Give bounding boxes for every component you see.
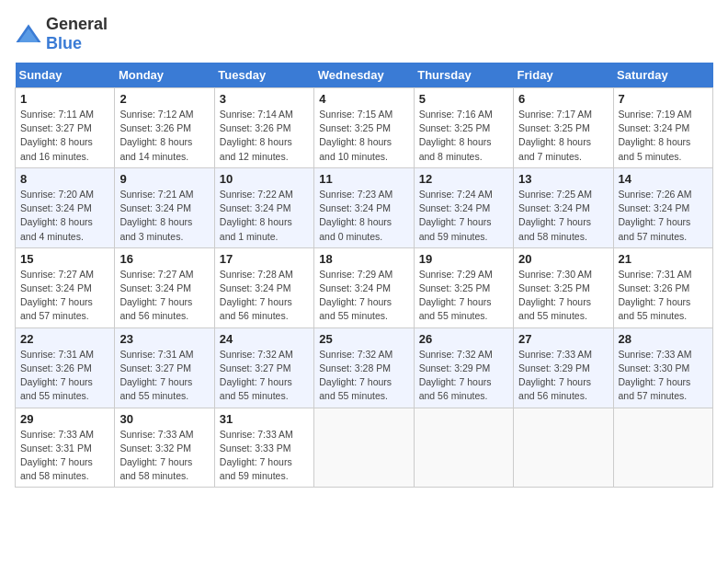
day-number: 23	[119, 332, 209, 346]
day-number: 20	[518, 252, 608, 266]
day-number: 26	[419, 332, 508, 346]
day-number: 22	[20, 332, 109, 346]
calendar-cell	[414, 408, 513, 488]
day-number: 10	[220, 172, 309, 186]
calendar-cell: 1 Sunrise: 7:11 AM Sunset: 3:27 PM Dayli…	[16, 88, 115, 168]
calendar-cell: 13 Sunrise: 7:25 AM Sunset: 3:24 PM Dayl…	[514, 167, 613, 247]
day-number: 18	[319, 252, 408, 266]
day-info: Sunrise: 7:32 AM Sunset: 3:27 PM Dayligh…	[220, 348, 309, 404]
day-info: Sunrise: 7:27 AM Sunset: 3:24 PM Dayligh…	[119, 268, 209, 324]
calendar-cell: 7 Sunrise: 7:19 AM Sunset: 3:24 PM Dayli…	[613, 88, 712, 168]
calendar-cell: 31 Sunrise: 7:33 AM Sunset: 3:33 PM Dayl…	[214, 408, 313, 488]
weekday-header-thursday: Thursday	[414, 63, 513, 88]
calendar-cell: 5 Sunrise: 7:16 AM Sunset: 3:25 PM Dayli…	[414, 88, 513, 168]
calendar-cell: 6 Sunrise: 7:17 AM Sunset: 3:25 PM Dayli…	[514, 88, 613, 168]
calendar-cell: 15 Sunrise: 7:27 AM Sunset: 3:24 PM Dayl…	[16, 247, 115, 327]
day-info: Sunrise: 7:33 AM Sunset: 3:33 PM Dayligh…	[220, 428, 309, 484]
day-info: Sunrise: 7:26 AM Sunset: 3:24 PM Dayligh…	[619, 188, 708, 244]
day-number: 27	[518, 332, 608, 346]
day-number: 9	[119, 172, 209, 186]
day-info: Sunrise: 7:25 AM Sunset: 3:24 PM Dayligh…	[518, 188, 608, 244]
day-info: Sunrise: 7:32 AM Sunset: 3:28 PM Dayligh…	[319, 348, 408, 404]
calendar-cell: 25 Sunrise: 7:32 AM Sunset: 3:28 PM Dayl…	[314, 327, 414, 408]
calendar-cell: 17 Sunrise: 7:28 AM Sunset: 3:24 PM Dayl…	[214, 247, 313, 327]
calendar-cell: 8 Sunrise: 7:20 AM Sunset: 3:24 PM Dayli…	[16, 167, 115, 247]
calendar-cell: 26 Sunrise: 7:32 AM Sunset: 3:29 PM Dayl…	[414, 327, 513, 408]
day-number: 4	[319, 92, 408, 106]
calendar-cell	[514, 408, 613, 488]
day-number: 19	[419, 252, 508, 266]
calendar-cell: 20 Sunrise: 7:30 AM Sunset: 3:25 PM Dayl…	[514, 247, 613, 327]
logo-text: General Blue	[46, 15, 108, 53]
day-info: Sunrise: 7:33 AM Sunset: 3:30 PM Dayligh…	[619, 348, 708, 404]
day-info: Sunrise: 7:14 AM Sunset: 3:26 PM Dayligh…	[220, 108, 309, 164]
day-info: Sunrise: 7:29 AM Sunset: 3:24 PM Dayligh…	[319, 268, 408, 324]
calendar-cell: 19 Sunrise: 7:29 AM Sunset: 3:25 PM Dayl…	[414, 247, 513, 327]
day-number: 15	[20, 252, 109, 266]
weekday-header-wednesday: Wednesday	[314, 63, 414, 88]
day-info: Sunrise: 7:32 AM Sunset: 3:29 PM Dayligh…	[419, 348, 508, 404]
day-number: 29	[20, 412, 109, 426]
calendar-week-row: 29 Sunrise: 7:33 AM Sunset: 3:31 PM Dayl…	[16, 408, 713, 488]
calendar-cell: 9 Sunrise: 7:21 AM Sunset: 3:24 PM Dayli…	[115, 167, 214, 247]
day-info: Sunrise: 7:22 AM Sunset: 3:24 PM Dayligh…	[220, 188, 309, 244]
day-info: Sunrise: 7:16 AM Sunset: 3:25 PM Dayligh…	[419, 108, 508, 164]
header: General Blue	[15, 15, 713, 53]
weekday-header-tuesday: Tuesday	[214, 63, 313, 88]
day-info: Sunrise: 7:31 AM Sunset: 3:27 PM Dayligh…	[119, 348, 209, 404]
day-number: 2	[119, 92, 209, 106]
day-info: Sunrise: 7:29 AM Sunset: 3:25 PM Dayligh…	[419, 268, 508, 324]
calendar-cell: 14 Sunrise: 7:26 AM Sunset: 3:24 PM Dayl…	[613, 167, 712, 247]
day-number: 17	[220, 252, 309, 266]
day-number: 24	[220, 332, 309, 346]
day-info: Sunrise: 7:23 AM Sunset: 3:24 PM Dayligh…	[319, 188, 408, 244]
calendar-cell: 3 Sunrise: 7:14 AM Sunset: 3:26 PM Dayli…	[214, 88, 313, 168]
calendar-week-row: 15 Sunrise: 7:27 AM Sunset: 3:24 PM Dayl…	[16, 247, 713, 327]
day-info: Sunrise: 7:30 AM Sunset: 3:25 PM Dayligh…	[518, 268, 608, 324]
day-info: Sunrise: 7:12 AM Sunset: 3:26 PM Dayligh…	[119, 108, 209, 164]
calendar-cell: 30 Sunrise: 7:33 AM Sunset: 3:32 PM Dayl…	[115, 408, 214, 488]
day-info: Sunrise: 7:33 AM Sunset: 3:29 PM Dayligh…	[518, 348, 608, 404]
calendar-cell: 4 Sunrise: 7:15 AM Sunset: 3:25 PM Dayli…	[314, 88, 414, 168]
calendar-week-row: 1 Sunrise: 7:11 AM Sunset: 3:27 PM Dayli…	[16, 88, 713, 168]
day-number: 25	[319, 332, 408, 346]
calendar-cell: 23 Sunrise: 7:31 AM Sunset: 3:27 PM Dayl…	[115, 327, 214, 408]
calendar-cell: 29 Sunrise: 7:33 AM Sunset: 3:31 PM Dayl…	[16, 408, 115, 488]
calendar-cell	[314, 408, 414, 488]
day-number: 13	[518, 172, 608, 186]
day-number: 21	[619, 252, 708, 266]
day-number: 12	[419, 172, 508, 186]
calendar-cell: 27 Sunrise: 7:33 AM Sunset: 3:29 PM Dayl…	[514, 327, 613, 408]
day-number: 7	[619, 92, 708, 106]
day-number: 1	[20, 92, 109, 106]
day-info: Sunrise: 7:31 AM Sunset: 3:26 PM Dayligh…	[619, 268, 708, 324]
weekday-header-monday: Monday	[115, 63, 214, 88]
logo: General Blue	[15, 15, 108, 53]
day-number: 3	[220, 92, 309, 106]
weekday-header-sunday: Sunday	[16, 63, 115, 88]
calendar-cell: 11 Sunrise: 7:23 AM Sunset: 3:24 PM Dayl…	[314, 167, 414, 247]
logo-blue: Blue	[46, 34, 82, 52]
day-info: Sunrise: 7:28 AM Sunset: 3:24 PM Dayligh…	[220, 268, 309, 324]
day-info: Sunrise: 7:15 AM Sunset: 3:25 PM Dayligh…	[319, 108, 408, 164]
calendar-cell: 16 Sunrise: 7:27 AM Sunset: 3:24 PM Dayl…	[115, 247, 214, 327]
day-info: Sunrise: 7:11 AM Sunset: 3:27 PM Dayligh…	[20, 108, 109, 164]
calendar-week-row: 22 Sunrise: 7:31 AM Sunset: 3:26 PM Dayl…	[16, 327, 713, 408]
day-info: Sunrise: 7:31 AM Sunset: 3:26 PM Dayligh…	[20, 348, 109, 404]
day-number: 8	[20, 172, 109, 186]
calendar-cell: 2 Sunrise: 7:12 AM Sunset: 3:26 PM Dayli…	[115, 88, 214, 168]
calendar-cell: 12 Sunrise: 7:24 AM Sunset: 3:24 PM Dayl…	[414, 167, 513, 247]
day-info: Sunrise: 7:33 AM Sunset: 3:31 PM Dayligh…	[20, 428, 109, 484]
calendar-cell: 18 Sunrise: 7:29 AM Sunset: 3:24 PM Dayl…	[314, 247, 414, 327]
day-info: Sunrise: 7:20 AM Sunset: 3:24 PM Dayligh…	[20, 188, 109, 244]
day-number: 6	[518, 92, 608, 106]
day-number: 5	[419, 92, 508, 106]
day-info: Sunrise: 7:19 AM Sunset: 3:24 PM Dayligh…	[619, 108, 708, 164]
calendar-cell: 28 Sunrise: 7:33 AM Sunset: 3:30 PM Dayl…	[613, 327, 712, 408]
day-number: 31	[220, 412, 309, 426]
calendar-table: SundayMondayTuesdayWednesdayThursdayFrid…	[15, 63, 713, 488]
weekday-header-saturday: Saturday	[613, 63, 712, 88]
logo-general: General	[46, 15, 108, 33]
logo-icon	[15, 23, 42, 45]
calendar-cell: 10 Sunrise: 7:22 AM Sunset: 3:24 PM Dayl…	[214, 167, 313, 247]
